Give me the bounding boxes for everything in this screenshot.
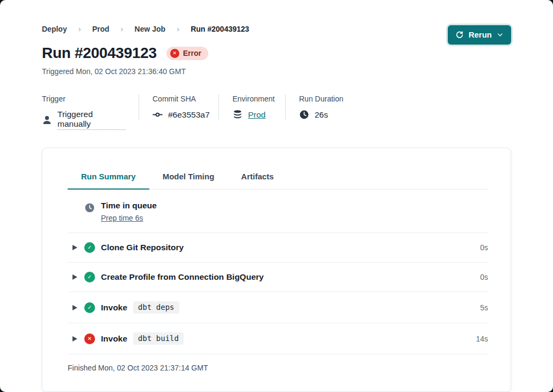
meta-trigger: Trigger Triggered manually xyxy=(42,95,139,130)
step-row-create-profile[interactable]: ✓ Create Profile from Connection BigQuer… xyxy=(68,263,488,292)
step-row-dbt-deps[interactable]: ✓ Invoke dbt deps 5s xyxy=(68,292,488,323)
error-icon: ✕ xyxy=(170,49,179,58)
chevron-right-icon: › xyxy=(177,24,179,33)
rerun-button-label: Rerun xyxy=(469,30,492,39)
run-detail-page: Deploy › Prod › New Job › Run #200439123… xyxy=(0,0,553,392)
meta-environment-label: Environment xyxy=(232,95,272,103)
meta-commit: Commit SHA #6e3553a7 xyxy=(139,95,219,120)
success-icon: ✓ xyxy=(84,302,95,313)
queue-clock-icon xyxy=(84,202,95,215)
prep-time-link[interactable]: Prep time 6s xyxy=(101,214,143,222)
status-badge-label: Error xyxy=(183,49,201,57)
command-chip: dbt deps xyxy=(133,301,179,314)
step-duration: 0s xyxy=(480,243,488,252)
meta-trigger-value[interactable]: Triggered manually xyxy=(57,110,126,130)
step-name: Clone Git Repository xyxy=(101,243,184,252)
success-icon: ✓ xyxy=(84,272,95,282)
meta-trigger-label: Trigger xyxy=(42,95,126,103)
tab-artifacts[interactable]: Artifacts xyxy=(228,172,287,189)
step-duration: 5s xyxy=(480,303,488,312)
step-row-dbt-build[interactable]: ✕ Invoke dbt build 14s xyxy=(68,323,488,354)
chevron-down-icon xyxy=(497,31,504,38)
step-duration: 0s xyxy=(480,273,488,281)
chevron-right-icon: › xyxy=(78,24,81,33)
meta-duration-value: 26s xyxy=(315,110,328,120)
queue-row: Time in queue Prep time 6s xyxy=(68,190,488,233)
meta-duration-label: Run Duration xyxy=(299,95,344,103)
status-badge: ✕ Error xyxy=(166,47,208,60)
chevron-right-icon: › xyxy=(121,24,123,33)
breadcrumb-new-job[interactable]: New Job xyxy=(135,25,166,33)
step-duration: 14s xyxy=(476,335,488,343)
step-row-clone-git[interactable]: ✓ Clone Git Repository 0s xyxy=(68,233,488,263)
error-icon: ✕ xyxy=(84,333,95,344)
refresh-icon xyxy=(455,31,464,39)
finished-timestamp: Finished Mon, 02 Oct 2023 21:37:14 GMT xyxy=(68,354,488,385)
run-summary-card: Run Summary Model Timing Artifacts Time … xyxy=(42,148,511,392)
breadcrumb-current-run: Run #200439123 xyxy=(191,25,249,33)
breadcrumb-prod[interactable]: Prod xyxy=(92,25,110,33)
breadcrumb-deploy[interactable]: Deploy xyxy=(42,25,67,33)
tab-model-timing[interactable]: Model Timing xyxy=(149,172,228,189)
meta-environment-value[interactable]: Prod xyxy=(248,110,266,120)
success-icon: ✓ xyxy=(84,242,95,253)
command-chip: dbt build xyxy=(133,332,184,345)
queue-title: Time in queue xyxy=(101,201,157,210)
page-title: Run #200439123 xyxy=(42,45,157,62)
tab-bar: Run Summary Model Timing Artifacts xyxy=(68,172,488,190)
meta-environment: Environment Prod xyxy=(219,95,285,120)
expand-caret-icon[interactable] xyxy=(72,305,77,310)
breadcrumb: Deploy › Prod › New Job › Run #200439123 xyxy=(42,0,511,33)
database-icon xyxy=(232,110,243,120)
user-icon xyxy=(42,115,52,125)
meta-commit-label: Commit SHA xyxy=(152,95,206,103)
rerun-button[interactable]: Rerun xyxy=(448,25,511,45)
expand-caret-icon[interactable] xyxy=(72,245,77,250)
tab-run-summary[interactable]: Run Summary xyxy=(68,172,149,189)
meta-commit-value: #6e3553a7 xyxy=(168,110,210,120)
expand-caret-icon[interactable] xyxy=(72,336,77,342)
step-name: Invoke xyxy=(101,303,127,313)
step-name: Invoke xyxy=(101,334,127,344)
meta-duration: Run Duration 26s xyxy=(285,95,356,120)
run-meta-row: Trigger Triggered manually Commit SHA xyxy=(42,95,511,130)
git-commit-icon xyxy=(152,110,163,120)
step-name: Create Profile from Connection BigQuery xyxy=(101,272,264,282)
expand-caret-icon[interactable] xyxy=(72,274,77,280)
triggered-timestamp: Triggered Mon, 02 Oct 2023 21:36:40 GMT xyxy=(42,67,511,76)
clock-icon xyxy=(299,110,309,120)
